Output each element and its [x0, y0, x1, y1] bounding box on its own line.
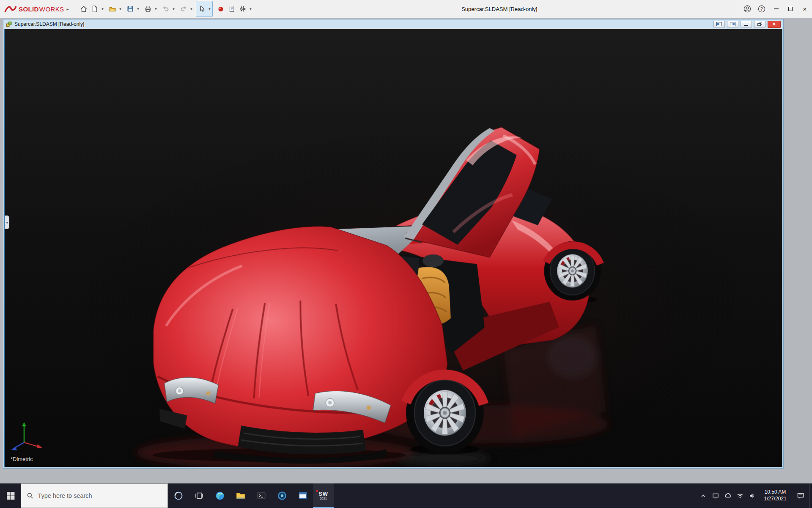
cortana-button[interactable]	[168, 483, 189, 508]
new-document-dropdown[interactable]: ▾	[100, 1, 105, 17]
close-button[interactable]: ×	[798, 0, 812, 18]
terminal-icon	[256, 491, 266, 501]
volume-icon	[749, 492, 756, 500]
maximize-button[interactable]	[783, 0, 798, 18]
edge-app-button[interactable]	[209, 483, 230, 508]
task-view-button[interactable]	[189, 483, 209, 508]
save-icon	[126, 5, 134, 13]
undo-icon	[162, 5, 170, 13]
view-orientation-label: *Dimetric	[11, 456, 33, 462]
blue-circle-app-button[interactable]	[272, 483, 292, 508]
viewport-container: *Dimetric ◂	[4, 29, 782, 467]
clock-date: 1/27/2021	[764, 496, 786, 502]
new-document-button[interactable]	[89, 1, 100, 17]
document-title: Supercar.SLDASM [Read-only]	[14, 21, 84, 27]
file-explorer-icon	[236, 491, 246, 501]
rebuild-red-sphere-icon	[217, 5, 225, 13]
undo-button[interactable]	[160, 1, 171, 17]
start-button[interactable]	[0, 483, 21, 508]
home-icon	[80, 5, 88, 13]
print-icon	[144, 5, 152, 13]
taskbar-clock[interactable]: 10:50 AM 1/27/2021	[758, 483, 792, 508]
print-dropdown[interactable]: ▾	[154, 1, 159, 17]
clock-time: 10:50 AM	[765, 489, 786, 496]
feature-pane-collapse-tab[interactable]: ◂	[5, 215, 9, 229]
notification-bubble-icon	[796, 491, 805, 500]
solidworks-2021-app-button[interactable]: SW 2021	[313, 483, 334, 508]
brand-flyout-arrow[interactable]: ▸	[67, 7, 69, 11]
blue-circle-app-icon	[277, 491, 287, 501]
taskbar-search[interactable]	[21, 483, 168, 508]
file-properties-button[interactable]	[226, 1, 237, 17]
minimize-button[interactable]	[769, 0, 783, 18]
solidworks-logo: SOLID WORKS	[0, 4, 64, 14]
search-input[interactable]	[38, 492, 162, 499]
open-folder-icon	[109, 5, 116, 13]
document-minimize-button[interactable]	[741, 21, 752, 28]
document-window: Supercar.SLDASM [Read-only] ×	[3, 19, 784, 469]
window-app-button[interactable]	[292, 483, 313, 508]
network-tray-button[interactable]	[734, 483, 746, 508]
options-button[interactable]	[237, 1, 248, 17]
maximize-glyph	[788, 7, 793, 11]
quick-access-toolbar: ▾ ▾ ▾	[78, 1, 255, 17]
document-close-button[interactable]: ×	[768, 21, 781, 28]
open-dropdown[interactable]: ▾	[118, 1, 123, 17]
redo-icon	[180, 5, 187, 13]
home-button[interactable]	[78, 1, 89, 17]
search-icon	[27, 492, 34, 500]
brand-solid: SOLID	[19, 6, 39, 13]
window-pane-button-left[interactable]	[713, 21, 725, 28]
volume-tray-button[interactable]	[746, 483, 758, 508]
doc-minimize-glyph	[744, 25, 748, 26]
select-tool-button[interactable]	[196, 1, 207, 17]
undo-dropdown[interactable]: ▾	[171, 1, 176, 17]
show-desktop-button[interactable]	[809, 483, 812, 508]
save-button[interactable]	[125, 1, 136, 17]
windows-logo-icon	[6, 491, 15, 500]
3d-viewport[interactable]: *Dimetric	[5, 29, 782, 467]
wifi-icon	[736, 492, 744, 500]
file-properties-icon	[228, 5, 236, 13]
cortana-ring-icon	[174, 491, 183, 500]
collapse-arrow-glyph: ◂	[6, 221, 8, 224]
document-titlebar[interactable]: Supercar.SLDASM [Read-only] ×	[3, 19, 783, 29]
terminal-app-button[interactable]	[251, 483, 272, 508]
cloud-tray-button[interactable]	[721, 483, 734, 508]
action-center-button[interactable]	[792, 483, 809, 508]
app-titlebar: SOLID WORKS ▸ ▾	[0, 0, 812, 18]
sw-letters: SW	[319, 491, 328, 497]
document-restore-button[interactable]	[754, 21, 765, 28]
options-gear-icon	[239, 5, 247, 13]
redo-button[interactable]	[178, 1, 189, 17]
new-document-icon	[91, 5, 99, 13]
select-cursor-icon	[198, 5, 206, 13]
redo-dropdown[interactable]: ▾	[189, 1, 194, 17]
taskbar: SW 2021	[0, 483, 812, 508]
select-tool-dropdown[interactable]: ▾	[207, 1, 212, 17]
rebuild-button[interactable]	[215, 1, 226, 17]
pane-right-glyph	[730, 22, 735, 26]
print-button[interactable]	[143, 1, 154, 17]
display-tray-button[interactable]	[709, 483, 721, 508]
open-button[interactable]	[107, 1, 118, 17]
solidworks-2021-icon: SW 2021	[319, 491, 328, 500]
document-window-controls: ×	[711, 21, 781, 28]
hidden-icons-button[interactable]	[697, 483, 709, 508]
help-question-icon: ?	[757, 5, 766, 13]
doc-restore-glyph	[757, 22, 763, 26]
sw-year: 2021	[319, 497, 328, 500]
window-pane-button-right[interactable]	[727, 21, 738, 28]
ds-logo-icon	[4, 4, 17, 14]
help-button[interactable]: ?	[754, 0, 769, 18]
desktop: SOLID WORKS ▸ ▾	[0, 0, 812, 508]
solidworks-red-accent	[316, 490, 318, 492]
chevron-up-icon	[700, 492, 707, 499]
pane-left-glyph	[716, 22, 722, 26]
cloud-icon	[724, 492, 732, 500]
file-explorer-button[interactable]	[230, 483, 251, 508]
save-dropdown[interactable]: ▾	[136, 1, 141, 17]
account-person-icon	[743, 5, 752, 13]
options-dropdown[interactable]: ▾	[248, 1, 253, 17]
account-button[interactable]	[740, 0, 754, 18]
